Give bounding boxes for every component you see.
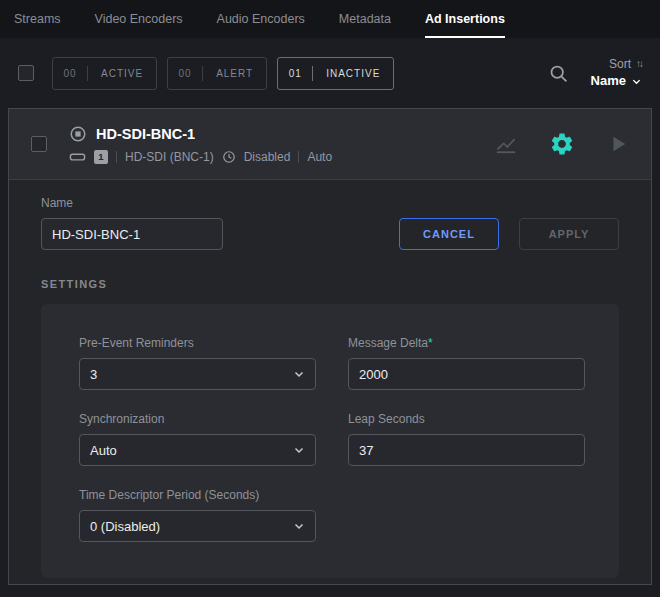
leap-seconds-label: Leap Seconds xyxy=(348,412,585,426)
stats-chart-icon[interactable] xyxy=(495,133,517,155)
pre-event-reminders-select[interactable]: 3 xyxy=(79,358,316,390)
time-descriptor-value: 0 (Disabled) xyxy=(90,519,160,534)
apply-button[interactable]: APPLY xyxy=(519,218,619,250)
tab-video-encoders[interactable]: Video Encoders xyxy=(95,0,183,38)
chevron-down-icon xyxy=(293,368,305,380)
stream-card-body: Name CANCEL APPLY SETTINGS Pre-Event Rem… xyxy=(9,180,651,578)
divider xyxy=(116,151,117,163)
play-icon[interactable] xyxy=(607,133,629,155)
search-icon[interactable] xyxy=(548,63,569,84)
stream-status: Disabled xyxy=(244,150,291,164)
filter-bar: 00 ACTIVE 00 ALERT 01 INACTIVE Sort ↑↓ N… xyxy=(0,38,660,108)
name-field-label: Name xyxy=(41,196,223,210)
input-number-badge: 1 xyxy=(94,150,108,164)
active-filter-button[interactable]: 00 ACTIVE xyxy=(52,57,157,90)
settings-heading: SETTINGS xyxy=(41,278,619,290)
stop-icon xyxy=(69,125,87,143)
sort-arrows-icon: ↑↓ xyxy=(636,57,642,71)
sort-control[interactable]: Sort ↑↓ Name xyxy=(591,56,642,90)
time-descriptor-field: Time Descriptor Period (Seconds) 0 (Disa… xyxy=(79,488,316,542)
clock-icon xyxy=(222,150,236,164)
stream-interface: HD-SDI (BNC-1) xyxy=(125,150,214,164)
chevron-down-icon xyxy=(631,76,642,87)
tab-streams[interactable]: Streams xyxy=(14,0,61,38)
divider xyxy=(298,151,299,163)
stream-title: HD-SDI-BNC-1 xyxy=(96,126,195,142)
leap-seconds-input[interactable] xyxy=(348,434,585,466)
name-input[interactable] xyxy=(41,218,223,250)
pre-event-reminders-label: Pre-Event Reminders xyxy=(79,336,316,350)
inactive-count: 01 xyxy=(278,68,312,79)
inactive-label: INACTIVE xyxy=(313,68,393,79)
input-port-icon xyxy=(69,151,86,163)
tab-ad-insertions[interactable]: Ad Insertions xyxy=(425,0,505,38)
stream-checkbox[interactable] xyxy=(31,136,47,152)
message-delta-input[interactable] xyxy=(348,358,585,390)
chevron-down-icon xyxy=(293,520,305,532)
settings-gear-icon[interactable] xyxy=(549,131,575,157)
stream-card-header: HD-SDI-BNC-1 1 HD-SDI (BNC-1) Disabled A… xyxy=(9,109,651,180)
time-descriptor-label: Time Descriptor Period (Seconds) xyxy=(79,488,316,502)
cancel-button[interactable]: CANCEL xyxy=(399,218,499,250)
tab-metadata[interactable]: Metadata xyxy=(339,0,391,38)
top-nav: Streams Video Encoders Audio Encoders Me… xyxy=(0,0,660,38)
alert-label: ALERT xyxy=(203,68,266,79)
synchronization-value: Auto xyxy=(90,443,117,458)
synchronization-label: Synchronization xyxy=(79,412,316,426)
active-count: 00 xyxy=(53,68,87,79)
leap-seconds-field: Leap Seconds xyxy=(348,412,585,466)
alert-count: 00 xyxy=(168,68,202,79)
synchronization-select[interactable]: Auto xyxy=(79,434,316,466)
active-label: ACTIVE xyxy=(88,68,156,79)
sort-label: Sort xyxy=(609,56,631,72)
required-asterisk: * xyxy=(428,336,433,350)
empty-cell xyxy=(348,488,585,542)
message-delta-label: Message Delta xyxy=(348,336,428,350)
time-descriptor-select[interactable]: 0 (Disabled) xyxy=(79,510,316,542)
sort-value: Name xyxy=(591,72,626,90)
inactive-filter-button[interactable]: 01 INACTIVE xyxy=(277,57,394,90)
stream-mode: Auto xyxy=(307,150,332,164)
chevron-down-icon xyxy=(293,444,305,456)
pre-event-reminders-field: Pre-Event Reminders 3 xyxy=(79,336,316,390)
synchronization-field: Synchronization Auto xyxy=(79,412,316,466)
pre-event-reminders-value: 3 xyxy=(90,367,97,382)
message-delta-field: Message Delta* xyxy=(348,336,585,390)
alert-filter-button[interactable]: 00 ALERT xyxy=(167,57,267,90)
tab-audio-encoders[interactable]: Audio Encoders xyxy=(217,0,305,38)
settings-panel: Pre-Event Reminders 3 Message Delta* xyxy=(41,304,619,578)
select-all-checkbox[interactable] xyxy=(18,65,34,81)
stream-title-block: HD-SDI-BNC-1 1 HD-SDI (BNC-1) Disabled A… xyxy=(69,125,332,164)
stream-card: HD-SDI-BNC-1 1 HD-SDI (BNC-1) Disabled A… xyxy=(8,108,652,585)
